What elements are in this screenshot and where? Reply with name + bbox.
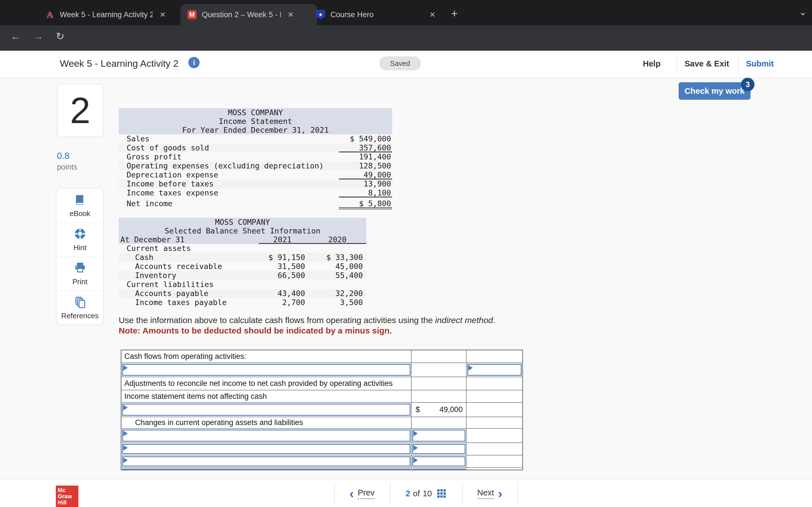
answer-dropdown[interactable] <box>122 404 410 416</box>
section-label: Adjustments to reconcile net income to n… <box>121 377 412 390</box>
table-row: Gross profit191,400 <box>119 152 392 161</box>
company-name: MOSS COMPANY <box>119 218 366 226</box>
print-label: Print <box>72 277 87 286</box>
assignment-title: Week 5 - Learning Activity 2 <box>60 58 179 69</box>
check-my-work-badge: 3 <box>741 78 755 91</box>
references-button[interactable]: References <box>56 291 103 325</box>
page-indicator: 2 of 10 <box>390 480 462 507</box>
depreciation-amount-cell: $ 49,000 <box>412 403 467 416</box>
answer-input[interactable] <box>467 364 522 376</box>
balance-sheet-header: MOSS COMPANY Selected Balance Sheet Info… <box>119 218 366 244</box>
forward-icon[interactable]: → <box>33 31 43 42</box>
info-icon[interactable]: i <box>188 57 200 68</box>
prev-button[interactable]: ‹ Prev <box>334 480 390 507</box>
question-instructions: Use the information above to calculate c… <box>119 315 495 325</box>
help-link[interactable]: Help <box>643 59 661 68</box>
tab-learning-activity[interactable]: A Week 5 - Learning Activity 2 ✕ <box>45 4 172 25</box>
prev-label: Prev <box>358 488 375 499</box>
print-button[interactable]: Print <box>56 257 103 291</box>
next-label: Next <box>477 488 494 499</box>
balance-sheet-table: MOSS COMPANY Selected Balance Sheet Info… <box>119 218 366 307</box>
answer-input[interactable] <box>412 456 465 466</box>
table-row: Current liabilities <box>119 280 366 289</box>
answer-input[interactable] <box>412 444 465 454</box>
worksheet-input-row <box>121 468 522 470</box>
table-row: Current assets <box>119 244 366 253</box>
tab-search-icon[interactable]: ⌄ <box>799 6 807 17</box>
table-row: Net income$ 5,800 <box>119 198 392 209</box>
next-button[interactable]: Next › <box>462 480 517 507</box>
current-page: 2 <box>405 489 410 498</box>
tab-close-icon[interactable]: ✕ <box>288 10 294 19</box>
saved-status-badge: Saved <box>379 56 421 70</box>
chevron-left-icon: ‹ <box>350 487 354 500</box>
answer-dropdown[interactable] <box>122 444 410 454</box>
check-my-work-button[interactable]: Check my work <box>679 82 751 100</box>
print-icon <box>74 262 86 275</box>
ebook-label: eBook <box>70 209 91 218</box>
ebook-icon <box>74 193 86 207</box>
header-underline <box>259 243 366 244</box>
cash-flow-worksheet: Cash flows from operating activities: Ad… <box>121 349 523 470</box>
worksheet-input-row <box>121 363 522 377</box>
chevron-right-icon: › <box>498 487 502 500</box>
save-exit-link[interactable]: Save & Exit <box>684 59 729 68</box>
table-row: Income taxes payable2,7003,500 <box>119 298 366 307</box>
tab-close-icon[interactable]: ✕ <box>160 10 166 19</box>
hint-button[interactable]: Hint <box>56 223 103 257</box>
question-note: Note: Amounts to be deducted should be i… <box>119 325 392 336</box>
table-row: Operating expenses (excluding depreciati… <box>119 161 392 170</box>
company-name: MOSS COMPANY <box>119 108 392 117</box>
income-statement-header: MOSS COMPANY Income Statement For Year E… <box>119 108 392 134</box>
tab-title: Course Hero <box>331 10 373 19</box>
column-2020: 2020 <box>308 235 366 244</box>
worksheet-section-row: Income statement items not affecting cas… <box>121 390 522 403</box>
section-label: Changes in current operating assets and … <box>121 417 412 428</box>
table-row: Inventory66,50055,400 <box>119 271 366 280</box>
references-label: References <box>61 312 99 320</box>
submit-link[interactable]: Submit <box>746 59 774 68</box>
statement-period: For Year Ended December 31, 2021 <box>119 126 392 134</box>
back-icon[interactable]: ← <box>11 31 21 42</box>
question-tools-panel: eBook Hint Print References <box>56 188 104 325</box>
answer-input[interactable] <box>412 430 465 442</box>
answer-dropdown[interactable] <box>122 364 410 376</box>
hint-label: Hint <box>73 243 86 252</box>
course-hero-favicon-icon: ★ <box>316 10 325 19</box>
table-row: Cash$ 91,150$ 33,300 <box>119 253 366 262</box>
income-statement-table: MOSS COMPANY Income Statement For Year E… <box>119 108 392 209</box>
total-pages: 10 <box>423 489 432 498</box>
question-map-grid-icon[interactable] <box>437 489 447 499</box>
question-number-box: 2 <box>57 83 103 137</box>
header-divider <box>738 57 739 70</box>
answer-dropdown[interactable] <box>122 469 410 470</box>
new-tab-button[interactable]: + <box>451 8 458 19</box>
table-row: Accounts receivable31,50045,000 <box>119 262 366 271</box>
mcgraw-hill-logo: Mc Graw Hill <box>56 486 79 507</box>
points-value: 0.8 <box>57 151 69 161</box>
answer-dropdown[interactable] <box>122 430 410 442</box>
worksheet-section-row: Adjustments to reconcile net income to n… <box>121 377 522 390</box>
worksheet-section-row: Cash flows from operating activities: <box>121 350 522 363</box>
table-row: Accounts payable43,40032,200 <box>119 289 366 298</box>
tab-title: Week 5 - Learning Activity 2 <box>60 10 153 19</box>
hint-icon <box>74 228 86 241</box>
tab-close-icon[interactable]: ✕ <box>429 10 436 19</box>
column-headers: At December 31 2021 2020 <box>119 235 366 244</box>
references-icon <box>74 296 86 309</box>
mcgraw-hill-favicon-icon: M <box>188 10 197 19</box>
assignment-header: Week 5 - Learning Activity 2 i Saved Hel… <box>0 51 812 78</box>
answer-dropdown[interactable] <box>122 456 410 466</box>
footer-divider <box>517 482 518 505</box>
tab-course-hero[interactable]: ★ Course Hero ✕ <box>316 4 440 25</box>
ebook-button[interactable]: eBook <box>56 189 103 223</box>
tab-title: Question 2 – Week 5 - Learni <box>202 10 281 19</box>
tab-question-2-active[interactable]: M Question 2 – Week 5 - Learni ✕ <box>181 4 317 25</box>
reload-icon[interactable]: ↻ <box>56 31 64 42</box>
column-2021: 2021 <box>256 235 308 244</box>
worksheet-input-row: $ 49,000 <box>121 403 522 417</box>
screen: A Week 5 - Learning Activity 2 ✕ M Quest… <box>0 0 812 507</box>
browser-tab-strip: A Week 5 - Learning Activity 2 ✕ M Quest… <box>0 0 812 25</box>
worksheet-section-row: Changes in current operating assets and … <box>121 417 522 429</box>
answer-input[interactable] <box>412 469 465 470</box>
